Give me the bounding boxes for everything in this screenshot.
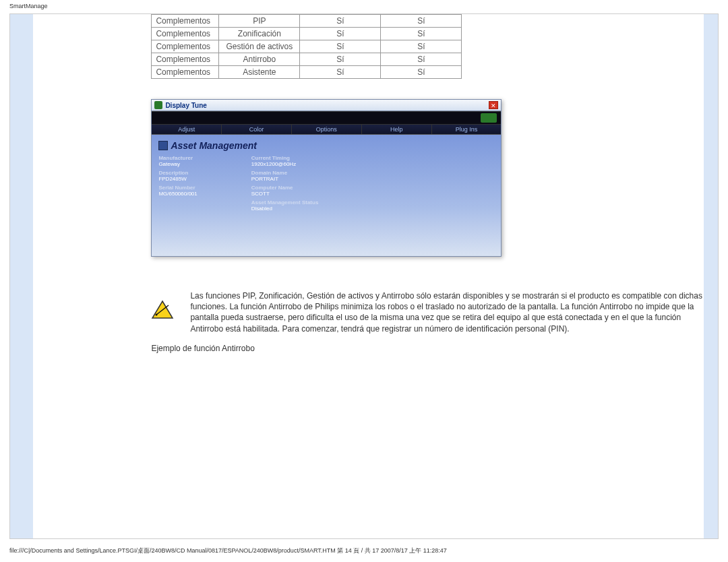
value-description: FPD2485W [158,176,197,182]
brand-bar [152,111,501,125]
tab-plugins[interactable]: Plug Ins [432,125,502,134]
brand-logo [481,113,497,123]
example-caption: Ejemplo de función Antirrobo [151,344,704,353]
value-am-status: Disabled [251,206,319,212]
cell-value: Sí [381,15,462,28]
info-col-left: Manufacturer Gateway Description FPD2485… [158,155,197,214]
page-header: SmartManage [0,0,728,9]
features-table: Complementos PIP Sí Sí Complementos Zoni… [151,14,462,79]
window-body: Asset Management Manufacturer Gateway De… [152,135,501,256]
label-timing: Current Timing [251,155,319,161]
label-serial: Serial Number [158,185,197,191]
cell-value: Sí [300,28,381,40]
label-am-status: Asset Management Status [251,199,319,206]
cell-value: Sí [381,53,462,66]
cell-value: Sí [300,40,381,53]
cell-feature: PIP [219,15,300,28]
value-manufacturer: Gateway [158,161,197,167]
cell-value: Sí [381,66,462,79]
section-title-row: Asset Management [158,140,494,151]
cell-feature: Asistente [219,66,300,79]
table-row: Complementos Gestión de activos Sí Sí [152,40,462,53]
app-icon [154,101,162,109]
cell-category: Complementos [152,66,219,79]
cell-value: Sí [300,66,381,79]
cell-value: Sí [300,15,381,28]
value-domain: PORTRAIT [251,176,319,182]
label-manufacturer: Manufacturer [158,155,197,161]
label-description: Description [158,170,197,176]
cell-category: Complementos [152,28,219,40]
cell-value: Sí [381,28,462,40]
display-tune-window: Display Tune ✕ Adjust Color Options Help… [151,99,502,257]
cell-feature: Zonificación [219,28,300,40]
warning-icon [151,300,174,320]
table-row: Complementos Antirrobo Sí Sí [152,53,462,66]
cell-feature: Antirrobo [219,53,300,66]
content-frame: Complementos PIP Sí Sí Complementos Zoni… [9,13,719,539]
tab-bar: Adjust Color Options Help Plug Ins [152,125,501,135]
info-col-right: Current Timing 1920x1200@60Hz Domain Nam… [251,155,319,214]
asset-icon [158,141,168,150]
value-computer: SCOTT [251,191,319,197]
table-row: Complementos PIP Sí Sí [152,15,462,28]
tab-color[interactable]: Color [222,125,292,134]
value-serial: MG/650060/001 [158,191,197,197]
cell-category: Complementos [152,15,219,28]
cell-feature: Gestión de activos [219,40,300,53]
value-timing: 1920x1200@60Hz [251,161,319,167]
sidebar-left [10,14,33,538]
label-domain: Domain Name [251,170,319,176]
tab-adjust[interactable]: Adjust [152,125,222,134]
label-computer: Computer Name [251,185,319,191]
section-title: Asset Management [171,140,257,151]
info-paragraph: Las funciones PIP, Zonificación, Gestión… [190,290,704,334]
tab-help[interactable]: Help [362,125,432,134]
cell-category: Complementos [152,40,219,53]
close-icon[interactable]: ✕ [489,101,498,109]
info-paragraph-row: Las funciones PIP, Zonificación, Gestión… [151,290,704,334]
cell-value: Sí [300,53,381,66]
cell-value: Sí [381,40,462,53]
titlebar: Display Tune ✕ [152,100,501,111]
main-content: Complementos PIP Sí Sí Complementos Zoni… [33,14,704,538]
cell-category: Complementos [152,53,219,66]
info-columns: Manufacturer Gateway Description FPD2485… [158,155,494,214]
svg-point-2 [156,314,158,316]
sidebar-right [704,14,718,538]
tab-options[interactable]: Options [292,125,362,134]
table-row: Complementos Zonificación Sí Sí [152,28,462,40]
window-title: Display Tune [165,102,489,109]
table-row: Complementos Asistente Sí Sí [152,66,462,79]
